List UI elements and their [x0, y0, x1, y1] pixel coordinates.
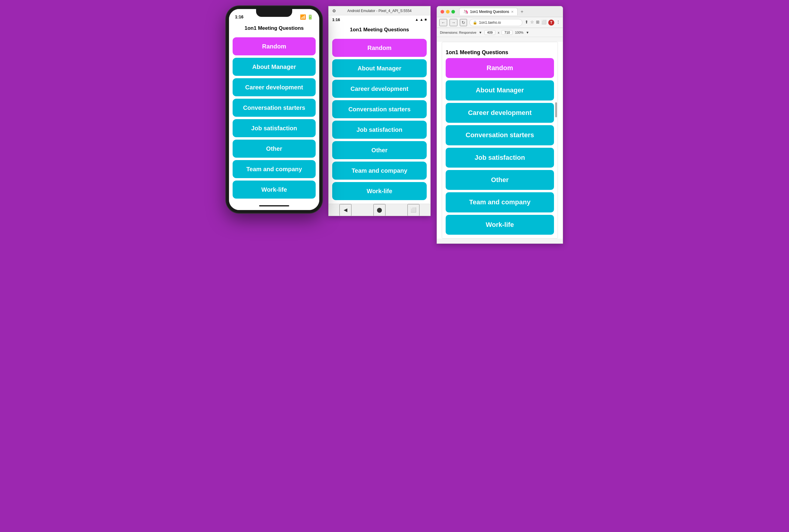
- android-btn-0[interactable]: Random: [332, 39, 427, 57]
- android-time: 1:16: [332, 17, 340, 22]
- bookmark-icon[interactable]: ☆: [530, 20, 534, 25]
- iphone-btn-3[interactable]: Conversation starters: [233, 99, 316, 117]
- tab-favicon: 🦄: [463, 9, 468, 14]
- zoom-label: 100%: [515, 31, 523, 34]
- iphone-status-icons: 📶 🔋: [300, 14, 313, 20]
- browser-btn-7[interactable]: Work-life: [446, 215, 554, 235]
- iphone-btn-0[interactable]: Random: [233, 37, 316, 55]
- browser-app-title: 1on1 Meeting Questions: [446, 46, 554, 58]
- home-indicator: [259, 205, 289, 206]
- iphone-notch: [256, 9, 292, 17]
- browser-btn-5[interactable]: Other: [446, 170, 554, 190]
- dimension-separator: x: [498, 31, 500, 34]
- android-back-button[interactable]: ◀: [340, 204, 351, 216]
- iphone-btn-4[interactable]: Job satisfaction: [233, 119, 316, 137]
- android-btn-5[interactable]: Other: [332, 141, 427, 159]
- width-input[interactable]: [484, 30, 495, 35]
- browser-btn-2[interactable]: Career development: [446, 103, 554, 123]
- browser-devtools-toolbar: Dimensions: Responsive ▼ x 100% ▼: [437, 28, 563, 37]
- android-frame: ⚙ Android Emulator - Pixel_4_API_S:5554 …: [328, 6, 430, 216]
- iphone-btn-7[interactable]: Work-life: [233, 180, 316, 198]
- browser-nav-bar: ← → ↻ 🔒 1on1.taeho.io ⬆ ☆ ⊞ ⬜ T ⋮: [437, 17, 563, 28]
- iphone-frame: 1:16 📶 🔋 1on1 Meeting Questions RandomAb…: [226, 6, 322, 213]
- window-minimize-button[interactable]: [446, 10, 449, 14]
- browser-btn-3[interactable]: Conversation starters: [446, 125, 554, 145]
- browser-toolbar-icons: ⬆ ☆ ⊞ ⬜ T ⋮: [525, 20, 560, 25]
- android-button-list: RandomAbout ManagerCareer developmentCon…: [329, 36, 430, 204]
- window-maximize-button[interactable]: [451, 10, 455, 14]
- dimensions-dropdown-icon[interactable]: ▼: [479, 31, 482, 34]
- gear-icon[interactable]: ⚙: [332, 8, 336, 13]
- iphone-btn-5[interactable]: Other: [233, 140, 316, 158]
- dimensions-label: Dimensions: Responsive: [440, 31, 476, 34]
- iphone-time: 1:16: [235, 15, 244, 19]
- browser-refresh-button[interactable]: ↻: [460, 19, 467, 26]
- android-app-title: 1on1 Meeting Questions: [329, 24, 430, 36]
- browser-btn-6[interactable]: Team and company: [446, 192, 554, 212]
- signal-icon: ▲: [415, 17, 419, 22]
- browser-titlebar: 🦄 1on1 Meeting Questions ✕ +: [437, 6, 563, 17]
- iphone-button-list: RandomAbout ManagerCareer developmentCon…: [229, 35, 319, 202]
- wifi-icon: ▲: [420, 17, 423, 22]
- android-btn-7[interactable]: Work-life: [332, 182, 427, 200]
- browser-app-content: 1on1 Meeting Questions RandomAbout Manag…: [442, 42, 558, 238]
- new-tab-button[interactable]: +: [521, 9, 523, 15]
- iphone-btn-2[interactable]: Career development: [233, 78, 316, 96]
- android-btn-3[interactable]: Conversation starters: [332, 100, 427, 118]
- browser-page-area: 1on1 Meeting Questions RandomAbout Manag…: [437, 42, 563, 239]
- android-btn-4[interactable]: Job satisfaction: [332, 121, 427, 139]
- browser-window: 🦄 1on1 Meeting Questions ✕ + ← → ↻ 🔒 1on…: [437, 6, 563, 244]
- android-titlebar-text: Android Emulator - Pixel_4_API_S:5554: [347, 9, 411, 13]
- android-status-icons: ▲ ▲ ■: [415, 17, 427, 22]
- extensions-icon[interactable]: ⊞: [536, 20, 540, 25]
- avatar-icon[interactable]: T: [548, 20, 554, 25]
- browser-forward-button[interactable]: →: [449, 19, 457, 26]
- browser-back-button[interactable]: ←: [439, 19, 447, 26]
- zoom-dropdown-icon[interactable]: ▼: [526, 31, 529, 34]
- android-status-bar: 1:16 ▲ ▲ ■: [329, 15, 430, 24]
- android-window: ⚙ Android Emulator - Pixel_4_API_S:5554 …: [328, 6, 430, 216]
- browser-tab[interactable]: 🦄 1on1 Meeting Questions ✕: [459, 8, 518, 15]
- battery-icon: ■: [425, 17, 427, 22]
- tab-close-button[interactable]: ✕: [511, 10, 514, 14]
- address-text: 1on1.taeho.io: [479, 20, 501, 25]
- android-app-content: 1on1 Meeting Questions RandomAbout Manag…: [329, 24, 430, 204]
- iphone-home-bar: [229, 203, 319, 210]
- browser-page-inner: 1on1 Meeting Questions RandomAbout Manag…: [442, 42, 558, 239]
- browser-frame: 🦄 1on1 Meeting Questions ✕ + ← → ↻ 🔒 1on…: [437, 6, 563, 244]
- iphone-btn-6[interactable]: Team and company: [233, 160, 316, 178]
- android-titlebar: ⚙ Android Emulator - Pixel_4_API_S:5554: [329, 6, 430, 15]
- tab-title: 1on1 Meeting Questions: [470, 10, 509, 14]
- browser-btn-4[interactable]: Job satisfaction: [446, 148, 554, 168]
- height-input[interactable]: [502, 30, 513, 35]
- viewport-icon[interactable]: ⬜: [541, 20, 546, 25]
- iphone-app-content: 1on1 Meeting Questions RandomAbout Manag…: [229, 22, 319, 203]
- android-btn-1[interactable]: About Manager: [332, 59, 427, 77]
- android-recents-button[interactable]: ⬜: [407, 204, 420, 216]
- iphone-status-bar: 1:16 📶 🔋: [229, 9, 319, 22]
- android-home-button[interactable]: ⬤: [373, 204, 385, 216]
- wifi-icon: 📶: [300, 14, 306, 20]
- more-menu-button[interactable]: ⋮: [556, 20, 560, 25]
- lock-icon: 🔒: [473, 20, 477, 25]
- iphone-btn-1[interactable]: About Manager: [233, 58, 316, 76]
- iphone-device: 1:16 📶 🔋 1on1 Meeting Questions RandomAb…: [226, 6, 322, 213]
- share-icon[interactable]: ⬆: [525, 20, 528, 25]
- browser-btn-0[interactable]: Random: [446, 58, 554, 78]
- browser-button-list: RandomAbout ManagerCareer developmentCon…: [446, 58, 554, 235]
- android-btn-6[interactable]: Team and company: [332, 162, 427, 179]
- battery-icon: 🔋: [307, 14, 313, 20]
- scrollbar[interactable]: [555, 102, 557, 117]
- browser-btn-1[interactable]: About Manager: [446, 80, 554, 100]
- android-nav-bar: ◀ ⬤ ⬜: [329, 204, 430, 216]
- browser-address-bar[interactable]: 🔒 1on1.taeho.io: [469, 19, 522, 26]
- window-close-button[interactable]: [441, 10, 444, 14]
- android-btn-2[interactable]: Career development: [332, 80, 427, 98]
- iphone-app-title: 1on1 Meeting Questions: [229, 22, 319, 35]
